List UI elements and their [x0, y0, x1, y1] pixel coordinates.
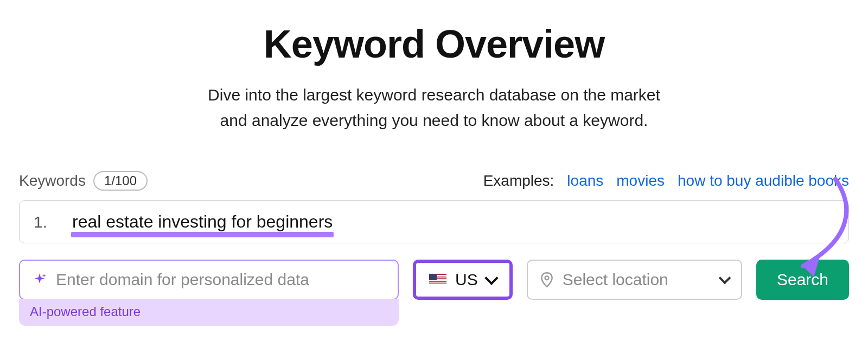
- keywords-label-wrap: Keywords 1/100: [19, 171, 148, 191]
- country-select[interactable]: US: [413, 260, 513, 300]
- ai-powered-label: AI-powered feature: [30, 304, 141, 319]
- ai-footer: AI-powered feature: [19, 299, 399, 326]
- svg-point-0: [545, 276, 548, 280]
- domain-placeholder: Enter domain for personalized data: [56, 270, 309, 289]
- keyword-value: real estate investing for beginners: [72, 212, 333, 231]
- example-link-audible[interactable]: how to buy audible books: [678, 172, 849, 190]
- chevron-down-icon: [484, 271, 498, 285]
- examples-label: Examples:: [483, 172, 554, 190]
- example-link-loans[interactable]: loans: [567, 172, 603, 190]
- flag-us-icon: [429, 274, 446, 286]
- page-title: Keyword Overview: [19, 22, 849, 66]
- highlight-underline: [71, 232, 334, 237]
- location-placeholder: Select location: [563, 270, 712, 289]
- keyword-row-index: 1.: [34, 213, 47, 231]
- page-subtitle: Dive into the largest keyword research d…: [19, 83, 849, 133]
- keyword-input[interactable]: 1. real estate investing for beginners: [19, 200, 849, 243]
- example-link-movies[interactable]: movies: [616, 172, 665, 190]
- location-pin-icon: [540, 272, 554, 288]
- sparkle-icon: [32, 272, 47, 287]
- subtitle-line2: and analyze everything you need to know …: [220, 111, 648, 129]
- keywords-count-badge: 1/100: [93, 171, 148, 191]
- domain-input[interactable]: Enter domain for personalized data: [19, 260, 399, 300]
- chevron-down-icon: [719, 272, 731, 285]
- subtitle-line1: Dive into the largest keyword research d…: [208, 86, 660, 104]
- examples-wrap: Examples: loans movies how to buy audibl…: [483, 172, 849, 190]
- keywords-label: Keywords: [19, 172, 86, 190]
- country-code: US: [455, 270, 478, 289]
- search-button[interactable]: Search: [756, 260, 849, 300]
- location-select[interactable]: Select location: [527, 260, 742, 300]
